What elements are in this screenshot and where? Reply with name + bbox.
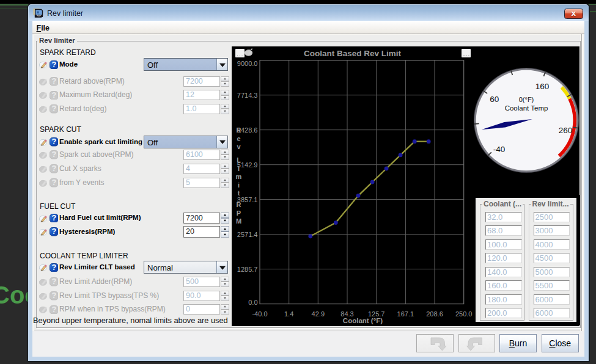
svg-text:Coolant Temp: Coolant Temp <box>505 104 548 112</box>
svg-text:60: 60 <box>490 95 499 104</box>
svg-text:160: 160 <box>535 82 550 91</box>
svg-text:0(°F): 0(°F) <box>519 96 534 103</box>
svg-text:-40: -40 <box>493 145 506 154</box>
svg-text:260: 260 <box>559 126 573 135</box>
